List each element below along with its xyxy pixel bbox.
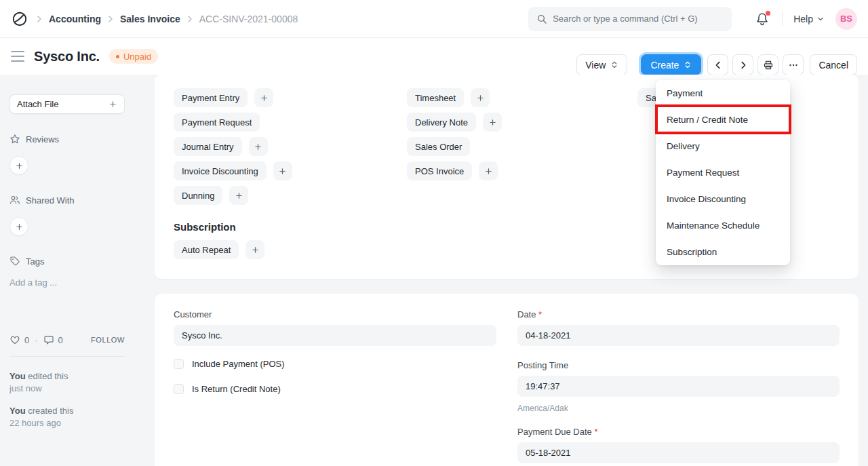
sidebar-toggle-icon[interactable]: [11, 51, 24, 62]
subscription-section-heading: Subscription: [174, 221, 236, 233]
next-document-button[interactable]: [732, 54, 753, 75]
is-return-label: Is Return (Credit Note): [192, 384, 281, 394]
create-dropdown-menu: Payment Return / Credit Note Delivery Pa…: [656, 80, 790, 265]
print-button[interactable]: [757, 54, 778, 75]
add-review-button[interactable]: [9, 156, 28, 175]
plus-button[interactable]: [479, 161, 498, 180]
customer-label: Customer: [174, 309, 212, 319]
attach-file-button[interactable]: Attach File: [9, 94, 125, 114]
chevron-right-icon: [34, 14, 45, 24]
posting-time-field[interactable]: 19:47:37: [517, 376, 840, 397]
date-field[interactable]: 04-18-2021: [517, 325, 840, 346]
navbar-divider: [782, 12, 783, 26]
connection-timesheet[interactable]: Timesheet: [407, 88, 464, 107]
status-dot-icon: [116, 55, 119, 58]
select-updown-icon: [684, 60, 692, 69]
help-label: Help: [793, 14, 813, 24]
connection-pos-invoice[interactable]: POS Invoice: [407, 161, 472, 180]
plus-button[interactable]: [471, 88, 490, 107]
connections-column-1: Payment Entry Payment Request Journal En…: [174, 88, 292, 205]
checkbox-unchecked-icon[interactable]: [174, 359, 184, 369]
global-search[interactable]: [528, 7, 732, 31]
breadcrumb-accounting[interactable]: Accounting: [49, 14, 101, 24]
navbar-right: Help BS: [528, 7, 857, 31]
breadcrumb: Accounting Sales Invoice ACC-SINV-2021-0…: [11, 10, 298, 28]
required-asterisk: *: [538, 309, 542, 319]
activity-edited: You edited this just now: [9, 370, 125, 395]
status-badge: Unpaid: [109, 49, 158, 64]
follow-button[interactable]: FOLLOW: [91, 336, 125, 344]
app-logo-icon[interactable]: [11, 10, 28, 28]
avatar[interactable]: BS: [835, 8, 857, 30]
menu-item-payment[interactable]: Payment: [656, 80, 790, 106]
menu-item-maintenance-schedule[interactable]: Maintenance Schedule: [656, 212, 790, 239]
connection-delivery-note[interactable]: Delivery Note: [407, 113, 476, 132]
prev-document-button[interactable]: [707, 54, 728, 75]
create-button[interactable]: Create: [641, 54, 701, 75]
page-actions: View Create Cancel: [576, 54, 857, 75]
users-icon: [9, 195, 20, 206]
tags-section-header: Tags: [9, 256, 125, 267]
payment-due-date-label: Payment Due Date *: [517, 427, 598, 437]
posting-time-label: Posting Time: [517, 360, 568, 370]
help-menu[interactable]: Help: [793, 14, 825, 24]
comment-count: 0: [58, 335, 63, 345]
sidebar-divider: [9, 356, 125, 357]
select-updown-icon: [610, 60, 618, 69]
is-return-checkbox-row[interactable]: Is Return (Credit Note): [174, 384, 281, 394]
menu-item-invoice-discounting[interactable]: Invoice Discounting: [656, 186, 790, 212]
notification-dot: [766, 11, 770, 16]
connection-payment-entry[interactable]: Payment Entry: [174, 88, 248, 107]
payment-due-date-field[interactable]: 05-18-2021: [517, 442, 840, 463]
include-payment-checkbox-row[interactable]: Include Payment (POS): [174, 359, 285, 369]
menu-item-subscription[interactable]: Subscription: [656, 239, 790, 265]
document-sidebar: Attach File Reviews Shared With Tags Add…: [9, 75, 125, 440]
connection-dunning[interactable]: Dunning: [174, 186, 222, 205]
connection-journal-entry[interactable]: Journal Entry: [174, 137, 242, 156]
plus-icon: [108, 100, 117, 109]
heart-icon[interactable]: [9, 334, 20, 345]
plus-button[interactable]: [273, 161, 292, 180]
breadcrumb-sales-invoice[interactable]: Sales Invoice: [120, 14, 180, 24]
tag-icon: [9, 256, 20, 267]
breadcrumb-current-doc: ACC-SINV-2021-00008: [199, 14, 298, 24]
connection-auto-repeat[interactable]: Auto Repeat: [174, 240, 239, 259]
plus-button[interactable]: [249, 137, 268, 156]
include-payment-label: Include Payment (POS): [192, 359, 285, 369]
required-asterisk: *: [594, 427, 597, 437]
customer-field[interactable]: Sysco Inc.: [174, 325, 496, 346]
view-button[interactable]: View: [576, 54, 627, 75]
connection-invoice-discounting[interactable]: Invoice Discounting: [174, 161, 267, 180]
comment-icon[interactable]: [43, 334, 54, 345]
chevron-right-icon: [105, 14, 116, 24]
add-tag-input[interactable]: Add a tag ...: [9, 277, 125, 288]
connection-sales-order[interactable]: Sales Order: [407, 137, 470, 156]
page-title: Sysco Inc.: [34, 49, 100, 64]
like-count: 0: [24, 335, 29, 345]
date-label: Date *: [517, 309, 542, 319]
reviews-section-header: Reviews: [9, 134, 125, 144]
shared-with-section-header: Shared With: [9, 195, 125, 206]
search-input[interactable]: [553, 14, 724, 24]
search-icon: [536, 14, 547, 24]
menu-item-return-credit-note[interactable]: Return / Credit Note: [656, 106, 790, 133]
cancel-button[interactable]: Cancel: [810, 54, 857, 75]
checkbox-unchecked-icon[interactable]: [174, 384, 184, 394]
notifications-bell-icon[interactable]: [755, 12, 770, 26]
connections-column-2: Timesheet Delivery Note Sales Order POS …: [407, 88, 502, 180]
social-row: 0 · 0 FOLLOW: [9, 334, 125, 345]
timezone-helper-text: America/Adak: [517, 404, 568, 413]
share-button[interactable]: [9, 217, 28, 236]
menu-item-delivery[interactable]: Delivery: [656, 133, 790, 159]
navbar: Accounting Sales Invoice ACC-SINV-2021-0…: [0, 0, 868, 38]
chevron-right-icon: [184, 14, 195, 24]
chevron-down-icon: [816, 15, 825, 23]
plus-button[interactable]: [483, 113, 502, 132]
plus-button[interactable]: [229, 186, 248, 205]
activity-created: You created this 22 hours ago: [9, 405, 125, 429]
connection-payment-request[interactable]: Payment Request: [174, 113, 260, 132]
plus-button[interactable]: [254, 88, 273, 107]
menu-ellipsis-button[interactable]: [783, 54, 804, 75]
menu-item-payment-request[interactable]: Payment Request: [656, 159, 790, 186]
plus-button[interactable]: [245, 240, 264, 259]
